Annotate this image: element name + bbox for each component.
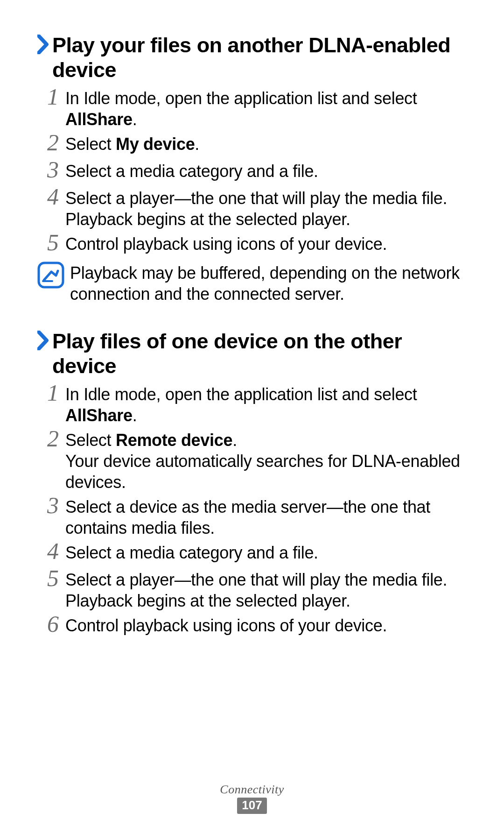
step-number: 5 — [37, 566, 59, 590]
section-heading-2: Play files of one device on the other de… — [37, 329, 467, 378]
step-number: 4 — [37, 539, 59, 563]
step-text: Select a player—the one that will play t… — [65, 188, 467, 230]
note-1: Playback may be buffered, depending on t… — [37, 262, 467, 304]
step-number: 2 — [37, 131, 59, 154]
step-text: Control playback using icons of your dev… — [65, 615, 467, 636]
step-2-4: 4 Select a media category and a file. — [37, 542, 467, 565]
step-number: 4 — [37, 185, 59, 208]
svg-rect-0 — [39, 263, 63, 287]
step-number: 1 — [37, 85, 59, 108]
chevron-right-icon — [37, 331, 49, 355]
step-1-1: 1 In Idle mode, open the application lis… — [37, 88, 467, 130]
step-text: In Idle mode, open the application list … — [65, 384, 467, 426]
section-heading-1-text: Play your files on another DLNA-enabled … — [52, 33, 467, 82]
section-heading-2-text: Play files of one device on the other de… — [52, 329, 467, 378]
section-heading-1: Play your files on another DLNA-enabled … — [37, 33, 467, 82]
step-2-3: 3 Select a device as the media server—th… — [37, 496, 467, 538]
step-number: 5 — [37, 231, 59, 254]
page-footer: Connectivity 107 — [0, 783, 504, 814]
step-number: 1 — [37, 381, 59, 404]
step-number: 2 — [37, 427, 59, 450]
note-text: Playback may be buffered, depending on t… — [70, 262, 467, 304]
step-text: Select a media category and a file. — [65, 542, 467, 563]
step-1-2: 2 Select My device. — [37, 134, 467, 157]
step-text: In Idle mode, open the application list … — [65, 88, 467, 130]
step-2-2: 2 Select Remote device.Your device autom… — [37, 430, 467, 493]
step-2-1: 1 In Idle mode, open the application lis… — [37, 384, 467, 426]
step-1-4: 4 Select a player—the one that will play… — [37, 188, 467, 230]
step-1-3: 3 Select a media category and a file. — [37, 161, 467, 184]
step-number: 3 — [37, 158, 59, 181]
footer-section-name: Connectivity — [0, 783, 504, 797]
chevron-right-icon — [37, 35, 49, 59]
manual-page: Play your files on another DLNA-enabled … — [0, 0, 504, 827]
step-text: Select a media category and a file. — [65, 161, 467, 182]
step-2-6: 6 Control playback using icons of your d… — [37, 615, 467, 638]
step-number: 6 — [37, 612, 59, 636]
step-1-5: 5 Control playback using icons of your d… — [37, 233, 467, 257]
note-icon — [37, 262, 65, 290]
step-text: Select My device. — [65, 134, 467, 155]
step-text: Control playback using icons of your dev… — [65, 233, 467, 254]
step-text: Select Remote device.Your device automat… — [65, 430, 467, 493]
step-text: Select a device as the media server—the … — [65, 496, 467, 538]
step-number: 3 — [37, 494, 59, 517]
step-2-5: 5 Select a player—the one that will play… — [37, 569, 467, 611]
step-text: Select a player—the one that will play t… — [65, 569, 467, 611]
page-number: 107 — [237, 798, 266, 814]
